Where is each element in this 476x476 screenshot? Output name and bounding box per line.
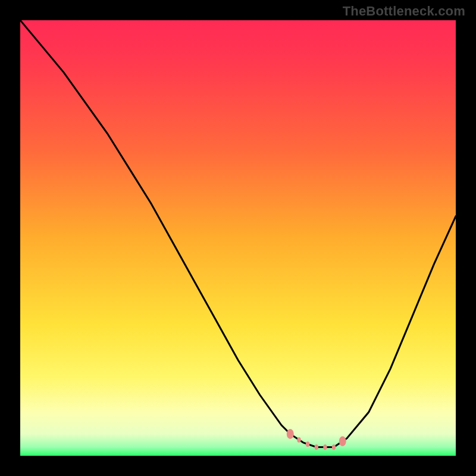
svg-point-2 (297, 437, 300, 443)
watermark-text: TheBottleneck.com (343, 4, 465, 19)
svg-point-0 (287, 429, 294, 439)
bottleneck-curve (20, 20, 456, 447)
svg-point-4 (315, 444, 318, 450)
optimal-range-markers (287, 429, 346, 450)
svg-point-1 (339, 436, 346, 446)
svg-point-5 (323, 444, 327, 450)
plot-area (20, 20, 456, 456)
svg-point-3 (306, 441, 309, 447)
curve-overlay (20, 20, 456, 456)
chart-frame: TheBottleneck.com (0, 0, 476, 476)
svg-point-6 (332, 444, 336, 450)
